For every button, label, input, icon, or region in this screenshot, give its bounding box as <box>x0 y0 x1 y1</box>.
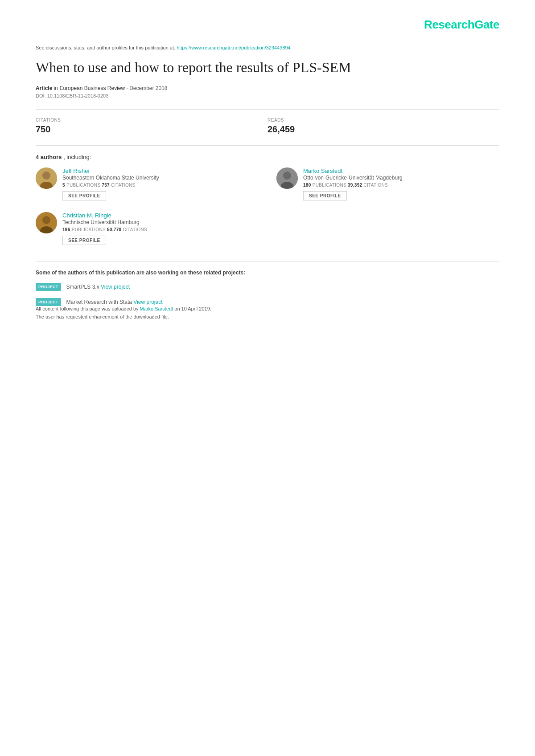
see-profile-button-marko[interactable]: SEE PROFILE <box>303 191 347 200</box>
project-item-stata: Project Market Research with Stata View … <box>36 298 499 306</box>
article-date: December 2018 <box>129 85 167 91</box>
avatar-marko <box>276 168 298 189</box>
article-in: in <box>54 85 60 91</box>
see-discussions-bar: See discussions, stats, and author profi… <box>36 45 499 50</box>
svg-point-1 <box>42 172 50 180</box>
related-projects-section: Some of the authors of this publication … <box>36 270 499 306</box>
authors-grid: Jeff Risher Southeastern Oklahoma State … <box>36 168 499 248</box>
project-badge-1: Project <box>36 283 61 291</box>
author-card-marko: Marko Sarstedt Otto-von-Guericke-Univers… <box>276 168 499 203</box>
citations-label: CITATIONS <box>36 118 268 123</box>
footer-note-line: The user has requested enhancement of th… <box>36 314 499 319</box>
christian-cit-label: CITATIONS <box>123 227 147 232</box>
footer-uploader-name[interactable]: Marko Sarstedt <box>140 306 173 311</box>
christian-cit-count: 50,770 <box>107 227 121 232</box>
doi-line: DOI: 10.1108/EBR-11-2018-0203 <box>36 93 499 98</box>
author-top-jeff: Jeff Risher Southeastern Oklahoma State … <box>36 168 259 200</box>
journal-name: European Business Review <box>59 85 125 91</box>
jeff-cit-count: 757 <box>102 183 110 188</box>
christian-pub-label: PUBLICATIONS <box>72 227 107 232</box>
project-text-1: SmartPLS 3.x View project <box>66 284 130 290</box>
author-name-jeff[interactable]: Jeff Risher <box>62 168 90 174</box>
project-name-1: SmartPLS 3.x <box>66 284 101 290</box>
article-type: Article <box>36 85 52 91</box>
citations-block: CITATIONS 750 <box>36 118 268 135</box>
footer-note: All content following this page was uplo… <box>36 306 499 322</box>
reads-block: READS 26,459 <box>268 118 499 135</box>
stats-row: CITATIONS 750 READS 26,459 <box>36 118 499 135</box>
brand-logo: ResearchGate <box>424 18 499 32</box>
publication-url[interactable]: https://www.researchgate.net/publication… <box>177 45 291 50</box>
authors-heading-rest: , including: <box>63 154 91 160</box>
avatar-christian <box>36 212 57 233</box>
authors-heading: 4 authors , including: <box>36 154 499 160</box>
christian-pub-count: 196 <box>62 227 70 232</box>
reads-label: READS <box>268 118 499 123</box>
related-projects-heading: Some of the authors of this publication … <box>36 270 499 276</box>
author-stats-christian: 196 PUBLICATIONS 50,770 CITATIONS <box>62 227 259 232</box>
divider-1 <box>36 109 499 110</box>
marko-pub-label: PUBLICATIONS <box>313 183 348 188</box>
article-meta: Article in European Business Review · De… <box>36 85 499 91</box>
author-info-marko: Marko Sarstedt Otto-von-Guericke-Univers… <box>303 168 499 200</box>
project-item-smartpls: Project SmartPLS 3.x View project <box>36 283 499 291</box>
divider-2 <box>36 145 499 146</box>
jeff-cit-label: CITATIONS <box>111 183 136 188</box>
author-name-christian[interactable]: Christian M. Ringle <box>62 212 111 219</box>
author-info-christian: Christian M. Ringle Technische Universit… <box>62 212 259 245</box>
footer-upload-text: All content following this page was uplo… <box>36 306 140 311</box>
authors-section: 4 authors , including: Jeff Risher <box>36 154 499 248</box>
see-discussions-text: See discussions, stats, and author profi… <box>36 45 177 50</box>
author-university-christian: Technische Universität Hamburg <box>62 219 259 225</box>
svg-point-4 <box>283 172 291 180</box>
author-top-marko: Marko Sarstedt Otto-von-Guericke-Univers… <box>276 168 499 200</box>
author-name-marko[interactable]: Marko Sarstedt <box>303 168 342 174</box>
article-title: When to use and how to report the result… <box>36 58 499 77</box>
see-profile-button-christian[interactable]: SEE PROFILE <box>62 236 106 245</box>
author-card-jeff: Jeff Risher Southeastern Oklahoma State … <box>36 168 259 203</box>
marko-pub-count: 180 <box>303 183 311 188</box>
author-info-jeff: Jeff Risher Southeastern Oklahoma State … <box>62 168 259 200</box>
author-card-christian: Christian M. Ringle Technische Universit… <box>36 212 259 248</box>
jeff-pub-label: PUBLICATIONS <box>66 183 102 188</box>
citations-value: 750 <box>36 124 268 135</box>
authors-count: 4 authors <box>36 154 62 160</box>
project-text-2: Market Research with Stata View project <box>66 299 163 305</box>
avatar-jeff <box>36 168 57 189</box>
project-badge-2: Project <box>36 298 61 306</box>
marko-cit-count: 39,392 <box>348 183 362 188</box>
svg-point-7 <box>42 216 50 224</box>
see-profile-button-jeff[interactable]: SEE PROFILE <box>62 191 106 200</box>
marko-cit-label: CITATIONS <box>363 183 388 188</box>
top-bar: ResearchGate <box>36 18 499 32</box>
project-link-2[interactable]: View project <box>133 299 162 305</box>
author-university-jeff: Southeastern Oklahoma State University <box>62 175 259 181</box>
project-link-1[interactable]: View project <box>101 284 130 290</box>
author-university-marko: Otto-von-Guericke-Universität Magdeburg <box>303 175 499 181</box>
footer-upload-date: on 10 April 2019. <box>174 306 211 311</box>
divider-3 <box>36 261 499 262</box>
author-stats-marko: 180 PUBLICATIONS 39,392 CITATIONS <box>303 183 499 188</box>
project-name-2: Market Research with Stata <box>66 299 134 305</box>
reads-value: 26,459 <box>268 124 499 135</box>
author-stats-jeff: 5 PUBLICATIONS 757 CITATIONS <box>62 183 259 188</box>
author-top-christian: Christian M. Ringle Technische Universit… <box>36 212 259 245</box>
jeff-pub-count: 5 <box>62 183 65 188</box>
footer-upload-line: All content following this page was uplo… <box>36 306 499 311</box>
